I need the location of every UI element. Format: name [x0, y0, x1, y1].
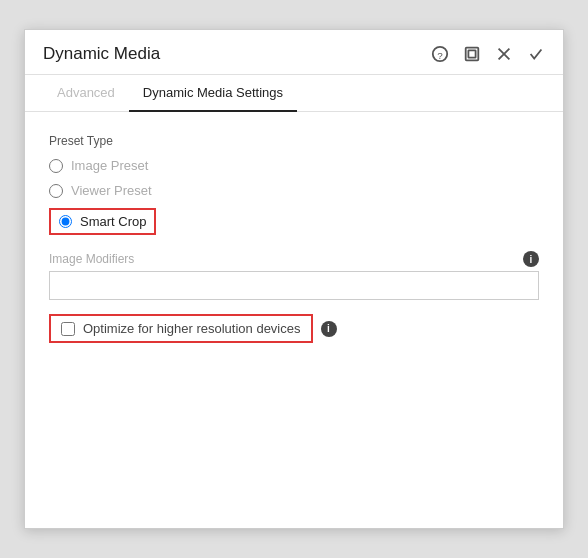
tabs: Advanced Dynamic Media Settings — [25, 75, 563, 112]
radio-group: Image Preset Viewer Preset Smart Crop — [49, 158, 539, 237]
help-icon[interactable]: ? — [431, 45, 449, 63]
dialog: Dynamic Media ? — [24, 29, 564, 529]
viewer-preset-label: Viewer Preset — [71, 183, 152, 198]
dialog-title: Dynamic Media — [43, 44, 431, 64]
radio-smart-crop-container: Smart Crop — [49, 208, 539, 237]
expand-icon[interactable] — [463, 45, 481, 63]
smart-crop-label: Smart Crop — [80, 214, 146, 229]
optimize-checkbox-box[interactable]: Optimize for higher resolution devices — [49, 314, 313, 343]
dialog-header: Dynamic Media ? — [25, 30, 563, 75]
image-preset-label: Image Preset — [71, 158, 148, 173]
optimize-label: Optimize for higher resolution devices — [83, 321, 301, 336]
preset-type-label: Preset Type — [49, 134, 539, 148]
radio-viewer-preset[interactable]: Viewer Preset — [49, 183, 539, 198]
optimize-checkbox-row: Optimize for higher resolution devices i — [49, 314, 539, 343]
svg-text:?: ? — [437, 50, 443, 61]
radio-image-preset[interactable]: Image Preset — [49, 158, 539, 173]
checkmark-icon[interactable] — [527, 45, 545, 63]
content-area: Preset Type Image Preset Viewer Preset S… — [25, 112, 563, 528]
optimize-checkbox[interactable] — [61, 322, 75, 336]
smart-crop-radio[interactable] — [59, 215, 72, 228]
optimize-info-icon[interactable]: i — [321, 321, 337, 337]
smart-crop-box[interactable]: Smart Crop — [49, 208, 156, 235]
tab-dynamic-media-settings[interactable]: Dynamic Media Settings — [129, 75, 297, 112]
image-modifiers-label: Image Modifiers — [49, 252, 134, 266]
image-modifiers-input[interactable] — [49, 271, 539, 300]
tab-advanced[interactable]: Advanced — [43, 75, 129, 112]
svg-rect-3 — [468, 50, 475, 57]
header-icons: ? — [431, 45, 545, 63]
image-preset-radio[interactable] — [49, 159, 63, 173]
image-modifiers-row: Image Modifiers i — [49, 251, 539, 267]
image-modifiers-info-icon[interactable]: i — [523, 251, 539, 267]
viewer-preset-radio[interactable] — [49, 184, 63, 198]
close-icon[interactable] — [495, 45, 513, 63]
